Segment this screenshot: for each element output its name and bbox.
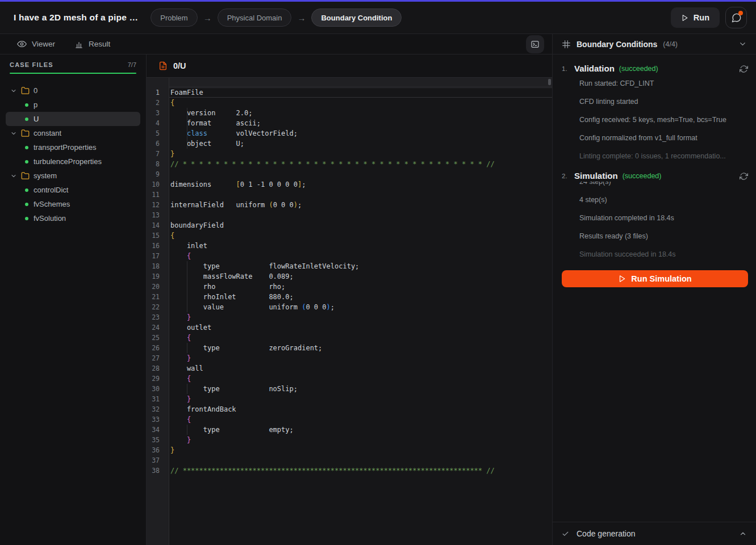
chevron-down-icon [10, 130, 17, 137]
check-icon [562, 530, 569, 538]
log-line: CFD linting started [579, 93, 748, 111]
editor-file-header: 0/U [147, 54, 552, 78]
code-editor-pane: 0/U 123456789101112131415161718192021222… [147, 54, 552, 545]
line-number: 28 [147, 363, 169, 374]
case-files-sidebar: CASE FILES 7/7 0pUconstanttransportPrope… [0, 54, 147, 545]
folder-icon [21, 86, 30, 95]
boundary-conditions-panel: Boundary Conditions (4/4) 1.Validation(s… [552, 34, 756, 545]
run-simulation-label: Run Simulation [631, 274, 691, 283]
code-editor[interactable]: 1234567891011121314151617181920212223242… [147, 78, 552, 545]
line-number: 5 [147, 128, 169, 139]
code-line-17: { [169, 251, 552, 261]
tree-item-fvSolution[interactable]: fvSolution [6, 211, 140, 225]
tree-item-fvSchemes[interactable]: fvSchemes [6, 197, 140, 211]
chevron-up-icon [739, 530, 747, 538]
breadcrumb-step-problem[interactable]: Problem [151, 9, 197, 27]
run-simulation-button[interactable]: Run Simulation [562, 270, 748, 287]
case-files-header: CASE FILES [10, 61, 53, 68]
line-number: 21 [147, 292, 169, 302]
line-number: 11 [147, 190, 169, 200]
folder-icon [21, 129, 30, 137]
panel-header: Boundary Conditions (4/4) [553, 34, 756, 54]
breadcrumb-arrow-icon: → [297, 13, 306, 23]
code-line-31: } [169, 394, 552, 404]
section-header: 1.Validation(succeeded) [562, 64, 748, 73]
app-window: { "topbar": { "title": "I have a 2D mesh… [0, 0, 756, 545]
line-number: 1 [147, 87, 169, 98]
tree-item-p[interactable]: p [6, 98, 140, 112]
tab-result-label: Result [89, 40, 110, 48]
tree-item-0[interactable]: 0 [6, 83, 140, 98]
tree-item-turbulenceProperties[interactable]: turbulenceProperties [6, 154, 140, 169]
bar-chart-icon [74, 40, 83, 49]
line-number: 15 [147, 230, 169, 241]
chevron-down-icon[interactable] [738, 40, 747, 48]
line-number: 37 [147, 455, 169, 466]
play-icon [618, 275, 626, 283]
tree-item-transportProperties[interactable]: transportProperties [6, 140, 140, 154]
tab-viewer[interactable]: Viewer [17, 39, 55, 49]
code-generation-expander[interactable]: Code generation [553, 522, 756, 545]
chevron-down-icon [10, 87, 17, 94]
tree-item-label: transportProperties [34, 143, 97, 152]
tab-viewer-label: Viewer [32, 40, 55, 48]
log-line: 4 step(s) [579, 191, 748, 209]
terminal-panel-button[interactable] [526, 35, 544, 53]
code-line-30: type noSlip; [169, 384, 552, 394]
breadcrumb-step-boundary-condition[interactable]: Boundary Condition [311, 9, 402, 27]
code-line-7: } [169, 149, 552, 159]
section-number: 1. [562, 64, 574, 72]
log-line: Linting complete: 0 issues, 1 recommenda… [579, 147, 748, 165]
tree-item-label: U [34, 115, 39, 123]
line-number: 17 [147, 251, 169, 261]
tree-item-controlDict[interactable]: controlDict [6, 183, 140, 197]
notification-dot [738, 11, 743, 15]
line-number: 8 [147, 159, 169, 169]
code-line-26: type zeroGradient; [169, 343, 552, 353]
code-line-2: { [169, 98, 552, 108]
breadcrumb-step-physical-domain[interactable]: Physical Domain [218, 9, 292, 27]
code-line-25: { [169, 333, 552, 343]
folder-icon [21, 171, 30, 180]
file-status-dot [25, 160, 28, 164]
code-line-20: rho rho; [169, 282, 552, 292]
code-line-10: dimensions [0 1 -1 0 0 0 0]; [169, 179, 552, 190]
editor-scrollbar-thumb[interactable] [548, 79, 551, 85]
play-icon [681, 14, 688, 22]
line-number: 38 [147, 466, 169, 476]
line-number: 29 [147, 374, 169, 384]
line-number: 26 [147, 343, 169, 353]
tree-item-label: controlDict [34, 186, 68, 194]
line-number: 4 [147, 118, 169, 128]
section-logs: Run started: CFD_LINTCFD linting started… [579, 74, 748, 165]
section-status-badge: (succeeded) [623, 171, 662, 180]
code-line-16: inlet [169, 241, 552, 251]
tree-item-label: p [34, 100, 37, 109]
tab-result[interactable]: Result [74, 40, 110, 49]
line-number: 34 [147, 425, 169, 435]
view-toolbar: Viewer Result [0, 34, 552, 54]
line-number: 6 [147, 139, 169, 149]
refresh-icon[interactable] [740, 171, 748, 181]
code-line-34: type empty; [169, 425, 552, 435]
section-simulation: 2.Simulation(succeeded)24 step(s)4 step(… [562, 171, 748, 263]
tree-item-constant[interactable]: constant [6, 126, 140, 140]
line-number: 19 [147, 271, 169, 282]
line-number: 33 [147, 414, 169, 425]
chat-button[interactable] [725, 7, 747, 28]
tree-item-U[interactable]: U [6, 112, 140, 126]
file-tree: 0pUconstanttransportPropertiesturbulence… [0, 83, 146, 225]
refresh-icon[interactable] [740, 64, 748, 73]
code-line-27: } [169, 353, 552, 363]
conversation-title: I have a 2D mesh of a pipe … [14, 12, 138, 23]
tree-item-system[interactable]: system [6, 169, 140, 183]
line-number: 3 [147, 108, 169, 118]
run-button[interactable]: Run [671, 7, 720, 28]
log-line: Config received: 5 keys, mesh=True, bcs=… [579, 111, 748, 129]
section-number: 2. [562, 171, 574, 179]
code-line-38: // *************************************… [169, 466, 552, 476]
line-number: 30 [147, 384, 169, 394]
section-logs: 24 step(s)4 step(s)Simulation completed … [579, 182, 748, 263]
log-line: Results ready (3 files) [579, 227, 748, 245]
code-line-24: outlet [169, 322, 552, 333]
